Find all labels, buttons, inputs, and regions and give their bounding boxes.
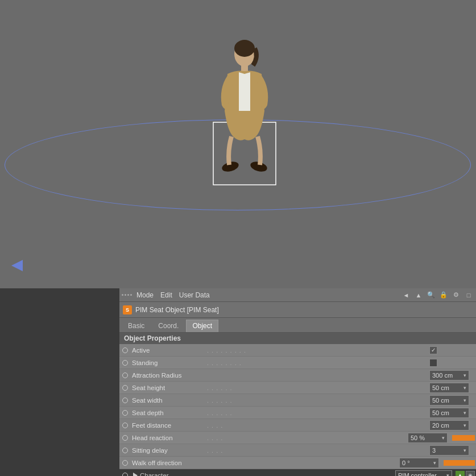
menu-mode[interactable]: Mode	[136, 291, 154, 299]
prop-control-feet[interactable]: 20 cm ▾	[429, 420, 475, 431]
prop-label-active: Active	[132, 347, 206, 354]
prop-control-standing[interactable]	[429, 359, 475, 367]
prop-control-sitting[interactable]: 3 ▾	[429, 445, 475, 456]
section-header: Object Properties	[119, 333, 476, 344]
circle-icon	[122, 385, 128, 391]
tabs-row: Basic Coord. Object	[119, 318, 476, 333]
direction-arrow	[11, 260, 23, 271]
prop-indicator-attraction	[121, 371, 130, 380]
character-figure	[205, 34, 284, 199]
char-settings-icon[interactable]: ◉	[466, 471, 475, 477]
prop-seat-height: Seat height . . . . . . 50 cm ▾	[119, 382, 476, 394]
character-select[interactable]: PIM controller ▾	[395, 470, 452, 477]
character-value: PIM controller	[398, 472, 444, 477]
tab-coord[interactable]: Coord.	[152, 320, 185, 332]
toolbar-menu: Mode Edit User Data	[136, 291, 210, 299]
menu-edit[interactable]: Edit	[160, 291, 172, 299]
seat-height-select[interactable]: 50 cm ▾	[429, 383, 469, 393]
attraction-value: 300 cm	[432, 372, 461, 379]
circle-icon	[122, 398, 128, 403]
chevron-down-icon: ▾	[442, 435, 445, 441]
walk-off-select[interactable]: 0 ° ▾	[399, 458, 439, 468]
panel-toolbar: Mode Edit User Data ◄ ▲ 🔍 🔒 ⚙ □	[119, 288, 476, 302]
head-reaction-bar	[452, 435, 475, 441]
prop-label-seat-width: Seat width	[132, 397, 206, 404]
standing-checkbox[interactable]	[429, 359, 437, 367]
prop-control-character[interactable]: PIM controller ▾ ▲ ◉	[395, 470, 475, 477]
chevron-down-icon: ▾	[463, 385, 466, 391]
walk-off-value: 0 °	[402, 460, 431, 466]
prop-dots-sitting: . . . .	[207, 447, 428, 454]
prop-control-head[interactable]: 50 % ▾	[408, 433, 475, 443]
head-reaction-select[interactable]: 50 % ▾	[408, 433, 448, 443]
prop-dots-seat-depth: . . . . . .	[207, 409, 428, 416]
properties-panel: Mode Edit User Data ◄ ▲ 🔍 🔒 ⚙ □ S PIM Se…	[119, 288, 476, 476]
tab-basic[interactable]: Basic	[122, 320, 151, 332]
prop-label-seat-depth: Seat depth	[132, 409, 206, 416]
svg-point-2	[234, 40, 255, 57]
circle-icon	[122, 473, 128, 477]
chevron-down-icon: ▾	[463, 448, 466, 453]
expand-icon[interactable]: □	[463, 290, 474, 300]
prop-control-seat-width[interactable]: 50 cm ▾	[429, 395, 475, 405]
prop-indicator-seat-width	[121, 396, 130, 405]
walk-off-bar	[444, 460, 475, 466]
prop-indicator-head	[121, 433, 130, 442]
prop-dots-seat-width: . . . . . .	[207, 397, 428, 404]
cursor-icon[interactable]: ▲	[413, 290, 424, 300]
prop-dots-head: . . . .	[207, 434, 407, 441]
prop-label-sitting: Sitting delay	[132, 447, 206, 454]
tab-object[interactable]: Object	[186, 320, 218, 332]
expand-icon[interactable]	[133, 473, 138, 477]
prop-seat-depth: Seat depth . . . . . . 50 cm ▾	[119, 407, 476, 419]
back-icon[interactable]: ◄	[401, 290, 411, 300]
menu-userdata[interactable]: User Data	[179, 291, 210, 299]
circle-icon	[122, 410, 128, 416]
active-checkbox[interactable]	[429, 346, 437, 354]
prop-indicator-standing	[121, 358, 130, 367]
3d-viewport[interactable]	[0, 0, 476, 288]
gear-icon[interactable]: ⚙	[451, 290, 461, 300]
chevron-down-icon: ▾	[433, 460, 436, 466]
prop-sitting-delay: Sitting delay . . . . 3 ▾	[119, 444, 476, 457]
chevron-down-icon: ▾	[463, 372, 466, 378]
prop-seat-width: Seat width . . . . . . 50 cm ▾	[119, 394, 476, 407]
feet-distance-select[interactable]: 20 cm ▾	[429, 420, 469, 431]
prop-indicator-char	[121, 471, 130, 477]
prop-indicator-sitting	[121, 446, 130, 455]
char-up-icon[interactable]: ▲	[456, 471, 465, 477]
prop-walk-off: Walk off direction 0 ° ▾	[119, 457, 476, 469]
prop-indicator-walkoff	[121, 458, 130, 467]
prop-label-head: Head reaction	[132, 434, 206, 441]
prop-active: Active . . . . . . . . .	[119, 344, 476, 357]
prop-dots-feet: . . . .	[207, 422, 428, 429]
prop-indicator-active	[121, 346, 130, 355]
prop-control-attraction[interactable]: 300 cm ▾	[429, 370, 475, 380]
prop-control-seat-depth[interactable]: 50 cm ▾	[429, 408, 475, 418]
prop-control-active[interactable]	[429, 346, 475, 354]
prop-feet-distance: Feet distance . . . . 20 cm ▾	[119, 419, 476, 432]
object-type-icon: S	[123, 305, 132, 314]
prop-label-seat-height: Seat height	[132, 384, 206, 391]
drag-handle	[122, 294, 132, 296]
circle-icon	[122, 448, 128, 453]
lock-icon[interactable]: 🔒	[438, 290, 449, 300]
seat-width-select[interactable]: 50 cm ▾	[429, 395, 469, 405]
toolbar-icons: ◄ ▲ 🔍 🔒 ⚙ □	[401, 290, 474, 300]
prop-indicator-seat-depth	[121, 408, 130, 417]
sitting-delay-select[interactable]: 3 ▾	[429, 445, 469, 456]
chevron-down-icon: ▾	[463, 410, 466, 416]
prop-dots-seat-height: . . . . . .	[207, 384, 428, 391]
prop-label-character: Character	[140, 472, 214, 477]
search-icon[interactable]: 🔍	[426, 290, 436, 300]
sitting-delay-value: 3	[432, 447, 461, 454]
seat-depth-select[interactable]: 50 cm ▾	[429, 408, 469, 418]
prop-control-walkoff[interactable]: 0 ° ▾	[399, 458, 475, 468]
prop-label-walkoff: Walk off direction	[132, 460, 206, 466]
circle-icon	[122, 423, 128, 428]
attraction-select[interactable]: 300 cm ▾	[429, 370, 469, 380]
circle-icon	[122, 360, 128, 366]
prop-control-seat-height[interactable]: 50 cm ▾	[429, 383, 475, 393]
properties-table: Active . . . . . . . . . Standing . . . …	[119, 344, 476, 476]
head-reaction-value: 50 %	[411, 434, 440, 441]
